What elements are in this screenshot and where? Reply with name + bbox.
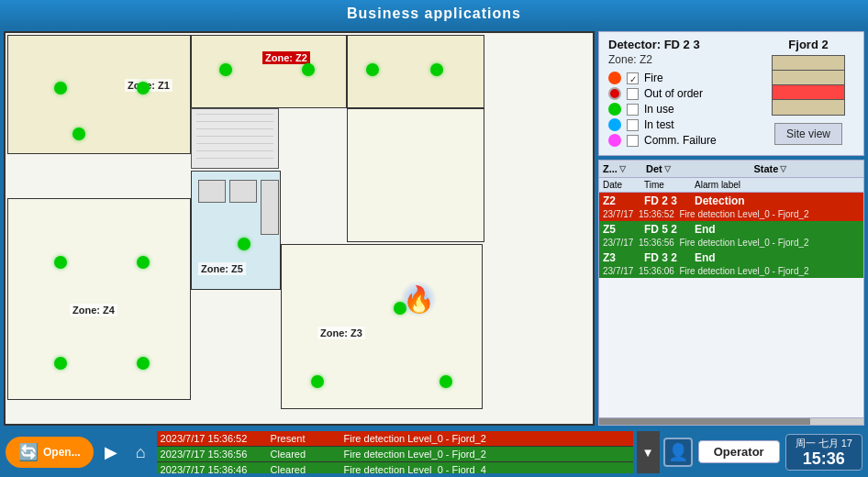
status-fire-row: Fire	[608, 72, 753, 84]
detector-tr-2	[430, 63, 443, 76]
zone-z2-room	[191, 35, 347, 108]
in-test-label: In test	[644, 118, 674, 131]
log-scroll-button[interactable]: ▼	[637, 431, 660, 473]
open-button[interactable]: 🔄 Open...	[6, 437, 94, 468]
zone-z2-label: Zone: Z2	[262, 51, 310, 64]
alarm-scroll-thumb	[599, 418, 810, 425]
subheader-date: Date	[603, 180, 644, 190]
col-zone-label: Z...	[603, 163, 618, 174]
subheader-alarm: Alarm label	[695, 180, 860, 190]
alarm-row-1-main: Z5 FD 5 2 End	[603, 221, 860, 238]
col-det-header: Det ▽	[646, 163, 752, 174]
detector-z3-3	[440, 375, 452, 388]
alarm-subheader: Date Time Alarm label	[599, 178, 863, 193]
log-row-1: 2023/7/17 15:36:56 Cleared Fire detectio…	[157, 447, 633, 462]
log-r1-label: Fire detection Level_0 - Fjord_2	[344, 449, 629, 460]
col-zone-header: Z... ▽	[603, 163, 644, 174]
detector-z4-3	[54, 357, 67, 370]
detector-z1-2	[137, 82, 150, 94]
bottom-bar: 🔄 Open... ▶ ⌂ 2023/7/17 15:36:52 Present…	[0, 429, 868, 475]
comm-failure-label: Comm. Failure	[644, 134, 717, 147]
right-room	[347, 108, 484, 242]
detector-z1-3	[72, 128, 85, 140]
detector-details: Detector: FD 2 3 Zone: Z2 Fire Out of or…	[608, 38, 753, 150]
col-det-label: Det	[646, 163, 662, 174]
log-r2-status: Cleared	[271, 464, 344, 473]
log-r1-status: Cleared	[271, 449, 344, 460]
datetime-date: 周一 七月 17	[796, 437, 852, 450]
kitchen-item-1	[198, 180, 226, 203]
state-filter-icon[interactable]: ▽	[780, 164, 786, 173]
kitchen-item-2	[229, 180, 257, 203]
alarm-r0-det: FD 2 3	[644, 194, 695, 207]
in-use-label: In use	[644, 103, 674, 116]
log-r0-label: Fire detection Level_0 - Fjord_2	[344, 433, 629, 444]
out-of-order-dot	[608, 87, 621, 100]
in-use-dot	[608, 103, 621, 116]
detector-z4-1	[54, 256, 67, 269]
fire-indicator: 🔥	[403, 284, 435, 315]
alarm-r2-det: FD 3 2	[644, 251, 695, 264]
alarm-row-0-main: Z2 FD 2 3 Detection	[603, 193, 860, 209]
status-comm-failure-row: Comm. Failure	[608, 134, 753, 147]
building-layer-4	[772, 99, 845, 116]
comm-failure-checkbox[interactable]	[627, 135, 639, 147]
home-button[interactable]: ⌂	[128, 439, 153, 466]
alarm-r0-zone: Z2	[603, 194, 644, 207]
log-row-0: 2023/7/17 15:36:52 Present Fire detectio…	[157, 431, 633, 447]
alarm-r1-zone: Z5	[603, 223, 644, 236]
fire-checkbox[interactable]	[627, 72, 639, 84]
play-button[interactable]: ▶	[97, 438, 125, 466]
detector-z2-2	[302, 63, 315, 76]
col-state-label: State	[754, 163, 779, 174]
fjord-building-panel: Fjord 2 Site view	[762, 38, 854, 150]
alarm-row-2[interactable]: Z3 FD 3 2 End 23/7/17 15:36:06 Fire dete…	[599, 250, 863, 278]
datetime-time: 15:36	[796, 450, 852, 469]
out-of-order-label: Out of order	[644, 87, 703, 100]
detector-z2-1	[219, 63, 232, 76]
detector-info-panel: Detector: FD 2 3 Zone: Z2 Fire Out of or…	[598, 31, 864, 156]
out-of-order-checkbox[interactable]	[627, 88, 639, 100]
in-test-dot	[608, 118, 621, 131]
in-use-checkbox[interactable]	[627, 104, 639, 116]
in-test-checkbox[interactable]	[627, 119, 639, 131]
user-section: 👤 Operator 周一 七月 17 15:36	[663, 434, 862, 471]
alarm-rows: Z2 FD 2 3 Detection 23/7/17 15:36:52 Fir…	[599, 193, 863, 278]
alarm-row-1-sub: 23/7/17 15:36:56 Fire detection Level_0 …	[603, 238, 860, 250]
alarm-row-1[interactable]: Z5 FD 5 2 End 23/7/17 15:36:56 Fire dete…	[599, 221, 863, 250]
alarm-row-0-sub: 23/7/17 15:36:52 Fire detection Level_0 …	[603, 209, 860, 221]
zone-z3-label: Zone: Z3	[317, 327, 365, 339]
datetime-section: 周一 七月 17 15:36	[785, 434, 862, 471]
alarm-scrollbar[interactable]	[599, 417, 863, 425]
detector-z1-1	[54, 82, 67, 94]
alarm-row-0[interactable]: Z2 FD 2 3 Detection 23/7/17 15:36:52 Fir…	[599, 193, 863, 221]
zone-filter-icon[interactable]: ▽	[619, 164, 626, 173]
fjord-title: Fjord 2	[788, 38, 828, 51]
bottom-log: 2023/7/17 15:36:52 Present Fire detectio…	[157, 431, 633, 473]
fire-label: Fire	[644, 72, 663, 84]
subheader-time: Time	[644, 180, 695, 190]
alarm-r2-state: End	[695, 251, 860, 264]
zone-z4-label: Zone: Z4	[70, 304, 117, 316]
zone-z5-label: Zone: Z5	[198, 262, 246, 275]
status-out-of-order-row: Out of order	[608, 87, 753, 100]
status-in-test-row: In test	[608, 118, 753, 131]
col-state-header: State ▽	[754, 163, 861, 174]
fire-dot	[608, 72, 621, 84]
site-view-button[interactable]: Site view	[774, 123, 842, 145]
comm-failure-dot	[608, 134, 621, 147]
open-label: Open...	[43, 446, 81, 459]
operator-button[interactable]: Operator	[698, 440, 780, 463]
alarm-r1-det: FD 5 2	[644, 223, 695, 236]
alarm-row-2-main: Z3 FD 3 2 End	[603, 250, 860, 266]
stairwell	[191, 108, 279, 169]
floor-plan: Zone: Z1 Zone: Z2 Zone: Z3 🔥 Zone: Z4 Zo…	[4, 31, 595, 426]
det-filter-icon[interactable]: ▽	[664, 164, 671, 173]
app-header: Business applications	[0, 0, 868, 28]
detector-zone: Zone: Z2	[608, 53, 753, 66]
log-row-2: 2023/7/17 15:36:46 Cleared Fire detectio…	[157, 462, 633, 473]
log-r1-dt: 2023/7/17 15:36:56	[161, 449, 271, 460]
detector-title: Detector: FD 2 3	[608, 38, 753, 51]
log-r2-dt: 2023/7/17 15:36:46	[161, 464, 271, 473]
log-r0-status: Present	[271, 433, 344, 444]
